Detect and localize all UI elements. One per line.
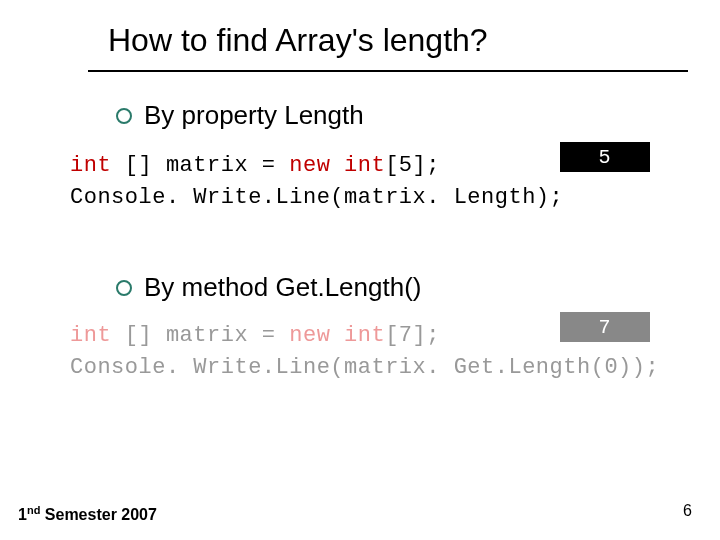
code-line: Console. Write.Line(matrix. Length); (70, 185, 563, 210)
bullet-marker-icon (116, 108, 132, 124)
footer-semester: 1nd Semester 2007 (18, 504, 157, 524)
code-block-1: int [] matrix = new int[5]; Console. Wri… (70, 150, 563, 214)
output-badge-1: 5 (560, 142, 650, 172)
keyword: new int (289, 153, 385, 178)
bullet-marker-icon (116, 280, 132, 296)
code-text: [] matrix = (111, 323, 289, 348)
keyword: int (70, 153, 111, 178)
footer-label: Semester 2007 (40, 506, 157, 523)
bullet-getlength-method: By method Get.Length() (116, 272, 421, 303)
output-badge-2: 7 (560, 312, 650, 342)
bullet-text: By property Length (144, 100, 364, 131)
footer-num: 1 (18, 506, 27, 523)
page-number: 6 (683, 502, 692, 520)
keyword: int (70, 323, 111, 348)
title-rule (88, 70, 688, 72)
code-text: [7]; (385, 323, 440, 348)
footer-ordinal: nd (27, 504, 40, 516)
code-text: [5]; (385, 153, 440, 178)
bullet-length-property: By property Length (116, 100, 364, 131)
code-text: [] matrix = (111, 153, 289, 178)
code-line: Console. Write.Line(matrix. Get.Length(0… (70, 355, 659, 380)
slide: How to find Array's length? By property … (0, 0, 720, 540)
keyword: new int (289, 323, 385, 348)
bullet-text: By method Get.Length() (144, 272, 421, 303)
slide-title: How to find Array's length? (108, 22, 488, 59)
